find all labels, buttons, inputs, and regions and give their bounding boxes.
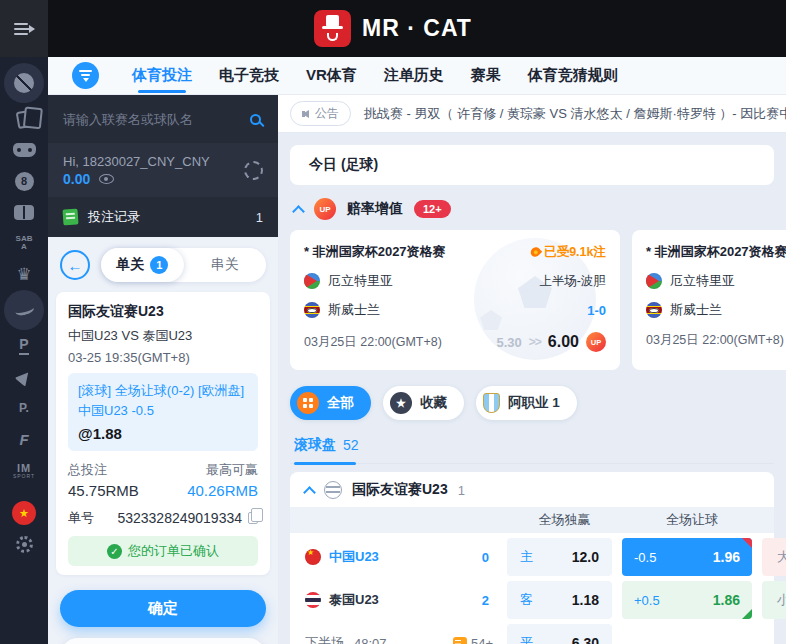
home-team-name: 厄立特里亚 <box>670 272 735 290</box>
table-row-draw: 下半场 48:07 54+ 平 6.30 - <box>290 624 774 644</box>
search-icon[interactable] <box>250 114 261 125</box>
sidebar-item-crown[interactable]: ♛ <box>4 259 44 289</box>
sidebar-item-pe-provider[interactable]: P. <box>4 393 44 423</box>
odds-cell-handicap-away[interactable]: +0.5 1.86 <box>622 581 752 619</box>
filter-argentina-league-button[interactable]: 阿职业 1 <box>476 386 577 420</box>
max-win-value: 40.26RMB <box>187 482 258 499</box>
f-logo: F <box>19 431 28 448</box>
poker-cards-icon <box>16 109 33 128</box>
odds-cell-under[interactable]: 小 3/3 <box>762 581 786 619</box>
check-circle-icon <box>107 544 122 559</box>
match-period-label: 下半场 <box>305 634 344 644</box>
sidebar-item-language-china[interactable] <box>4 498 44 528</box>
league-name: 国际友谊赛U23 <box>352 481 448 499</box>
sidebar-item-sports[interactable] <box>4 63 44 103</box>
tab-parlay-bet[interactable]: 串关 <box>184 248 267 282</box>
tab-vr-sports[interactable]: VR体育 <box>306 66 357 85</box>
match-card[interactable]: * 非洲国家杯2027资格赛 厄立特里亚 斯威士兰 03月25日 22:00(G… <box>632 230 786 370</box>
sidebar-item-f-provider[interactable]: F <box>4 424 44 454</box>
slip-market: [滚球] 全场让球(0-2) [欧洲盘] <box>78 381 248 401</box>
away-team-name: 斯威士兰 <box>328 301 380 319</box>
sidebar-item-im-sport[interactable]: IMSPORT <box>4 455 44 485</box>
card-score: 1-0 <box>587 303 606 318</box>
chevron-up-icon[interactable] <box>303 486 316 499</box>
eritrea-flag-icon <box>304 273 320 289</box>
odds-cell-handicap-home-selected[interactable]: -0.5 1.96 <box>622 538 752 576</box>
odds-cell-win-home[interactable]: 主 12.0 <box>507 538 612 576</box>
copy-icon[interactable] <box>248 512 258 524</box>
empty-odds-dash: - <box>685 636 689 644</box>
chevron-up-icon[interactable] <box>292 205 305 218</box>
top-header: MR · CAT <box>0 0 786 57</box>
flame-icon <box>529 245 542 258</box>
filter-icon[interactable] <box>72 62 99 89</box>
card-match-time: 03月25日 22:00(GMT+8) <box>304 334 442 351</box>
refresh-balance-icon[interactable] <box>244 161 263 180</box>
live-betting-tab[interactable]: 滚球盘 52 <box>290 436 774 464</box>
sidebar-item-p-provider[interactable]: P <box>4 331 44 361</box>
sidebar-item-saba[interactable]: SABA <box>4 228 44 258</box>
gamepad-icon <box>13 143 36 157</box>
search-input[interactable] <box>63 112 238 127</box>
basketball-icon <box>14 73 34 93</box>
sidebar-item-billiards[interactable]: 8 <box>4 166 44 196</box>
back-button[interactable] <box>60 250 90 280</box>
main-nav-tabs: 体育投注 电子竞技 VR体育 注单历史 赛果 体育竞猜规则 <box>48 57 786 95</box>
sidebar-item-poker[interactable] <box>4 104 44 134</box>
tab-results[interactable]: 赛果 <box>471 66 501 85</box>
away-team-name: 泰国U23 <box>329 591 379 609</box>
filter-all-button[interactable]: 全部 <box>290 386 371 420</box>
card-match-time: 03月25日 22:00(GMT+8) <box>646 332 784 349</box>
tab-esports[interactable]: 电子竞技 <box>219 66 279 85</box>
boosted-odds[interactable]: 5.30 >> 6.00 UP <box>497 332 606 352</box>
toggle-balance-eye-icon[interactable] <box>99 174 114 184</box>
bet-records-row[interactable]: 投注记录 1 <box>48 197 278 237</box>
star-icon <box>390 392 412 414</box>
odds-column-headers: 全场独赢 全场让球 <box>290 507 774 533</box>
mrcat-cat-logo-icon <box>314 10 351 47</box>
handicap-line: +0.5 <box>634 593 660 608</box>
table-row-away: 泰国U23 2 客 1.18 +0.5 1.86 小 3/3 <box>290 581 774 619</box>
odds-boost-section-header: UP 赔率增值 12+ <box>294 198 770 220</box>
sidebar-item-esports[interactable] <box>4 135 44 165</box>
more-markets-link[interactable]: 54+ <box>453 636 505 644</box>
sidebar-item-dominoes[interactable] <box>4 197 44 227</box>
saba-logo: SABA <box>15 235 33 251</box>
column-header-handicap: 全场让球 <box>627 511 757 529</box>
table-row-home: 中国U23 0 主 12.0 -0.5 1.96 大 3/3 <box>290 538 774 576</box>
bird-logo-icon <box>14 368 33 387</box>
tab-single-bet[interactable]: 单关 1 <box>101 248 184 282</box>
tab-sports-betting[interactable]: 体育投注 <box>132 66 192 85</box>
odds-cell-over[interactable]: 大 3/3 <box>762 538 786 576</box>
outcome-label: 客 <box>520 591 533 609</box>
collapse-sidebar-button[interactable] <box>0 0 48 57</box>
league-shield-icon <box>483 393 500 413</box>
wing-logo-icon <box>14 303 35 317</box>
odds-cell-empty <box>762 624 786 644</box>
sidebar-item-wing[interactable] <box>4 290 44 330</box>
odds-cell-win-draw[interactable]: 平 6.30 <box>507 624 612 644</box>
odds-cell-win-away[interactable]: 客 1.18 <box>507 581 612 619</box>
league-header[interactable]: 国际友谊赛U23 1 <box>290 472 774 502</box>
sidebar-item-settings[interactable] <box>4 529 44 559</box>
tab-betting-rules[interactable]: 体育竞猜规则 <box>528 66 618 85</box>
brand-logo[interactable]: MR · CAT <box>314 10 472 47</box>
handicap-odds-value: 1.96 <box>713 549 740 565</box>
keep-selection-button[interactable]: 保留选项，继续投注 <box>60 638 266 644</box>
slip-totals: 总投注 45.75RMB 最高可赢 40.26RMB <box>68 461 258 499</box>
collapse-menu-icon <box>14 23 34 35</box>
announcement-pill[interactable]: 公告 <box>290 101 351 126</box>
slip-matchup: 中国U23 VS 泰国U23 <box>68 327 258 345</box>
match-card[interactable]: * 非洲国家杯2027资格赛 已受9.1k注 厄立特里亚 上半场-波胆 <box>290 230 620 370</box>
league-filter-row: 全部 收藏 阿职业 1 <box>290 386 774 420</box>
filter-favorites-button[interactable]: 收藏 <box>383 386 464 420</box>
confirm-button[interactable]: 确定 <box>60 590 266 627</box>
tab-bet-history[interactable]: 注单历史 <box>384 66 444 85</box>
up-boost-icon: UP <box>314 198 336 220</box>
grid-icon <box>297 392 319 414</box>
settings-gear-icon <box>16 536 33 553</box>
away-team-name: 斯威士兰 <box>670 301 722 319</box>
sidebar-item-bird-provider[interactable] <box>4 362 44 392</box>
slip-league: 国际友谊赛U23 <box>68 303 258 321</box>
arrows-icon: >> <box>529 335 541 349</box>
